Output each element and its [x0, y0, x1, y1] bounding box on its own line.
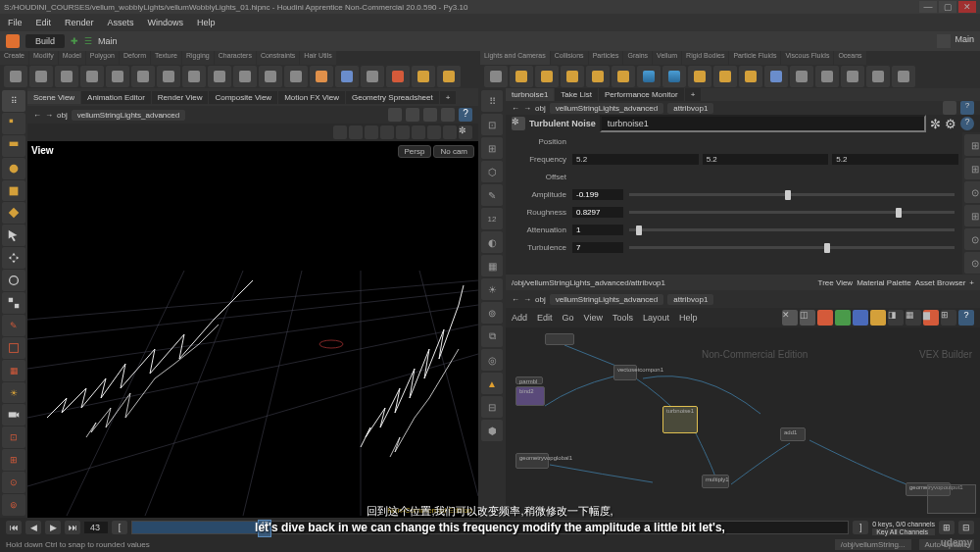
param-tab[interactable]: turbnoise1	[506, 88, 554, 101]
net-help[interactable]: Help	[679, 313, 698, 323]
param-side-icon[interactable]: ⊙	[964, 228, 980, 250]
shelf-volume-icon[interactable]	[815, 66, 839, 87]
node-turbnoise1[interactable]: turbnoise1	[662, 406, 698, 433]
network-canvas[interactable]: Non-Commercial Edition VEX Builder bind2…	[506, 327, 980, 518]
node-parmbl[interactable]: parmbl	[515, 376, 543, 384]
net-tool-icon[interactable]	[870, 310, 886, 326]
shelf-tab[interactable]: Texture	[151, 51, 181, 65]
view-persp-tag[interactable]: Persp	[398, 145, 432, 158]
snap-tool-icon[interactable]: ⊞	[2, 449, 25, 471]
shelf-tab[interactable]: Modify	[29, 51, 58, 65]
shelf-tab[interactable]: Characters	[215, 51, 256, 65]
node-bind2[interactable]: bind2	[515, 386, 545, 406]
chan-icon[interactable]: ⊞	[939, 521, 955, 534]
ghost-icon[interactable]	[406, 108, 419, 122]
light-tool-icon[interactable]: ☀	[2, 382, 25, 404]
net-tool-icon[interactable]: ▆	[923, 310, 939, 326]
param-side-icon[interactable]: ⊙	[964, 252, 980, 274]
param-side-icon[interactable]: ⊞	[964, 134, 980, 156]
help-icon[interactable]: ?	[960, 101, 974, 115]
shelf-skylight-icon[interactable]	[662, 66, 686, 87]
menu-help[interactable]: Help	[197, 18, 216, 27]
attenuation-input[interactable]: 1	[572, 225, 623, 235]
tab-add[interactable]: +	[440, 91, 457, 104]
view-tool-icon[interactable]	[2, 113, 25, 134]
shelf-tab[interactable]: Grains	[623, 51, 652, 65]
display-icon[interactable]: ▦	[481, 255, 503, 276]
shelf-helix-icon[interactable]	[437, 66, 461, 87]
nav-fwd-icon[interactable]: →	[523, 104, 531, 113]
tab-render-view[interactable]: Render View	[152, 91, 209, 104]
shelf-tube-icon[interactable]	[55, 66, 78, 87]
shelf-geolight-icon[interactable]	[586, 66, 610, 87]
nav-back-icon[interactable]: ←	[512, 104, 519, 113]
shelf-stereo-icon[interactable]	[841, 66, 864, 87]
network-path[interactable]: /obj/vellumStringLights_advanced/attribv…	[512, 278, 814, 287]
amplitude-input[interactable]: -0.199	[572, 189, 623, 200]
close-button[interactable]: ✕	[958, 1, 976, 13]
gear-icon[interactable]: ✼	[930, 117, 941, 131]
vp-gear-icon[interactable]: ✼	[459, 125, 472, 139]
turbulence-input[interactable]: 7	[572, 242, 623, 253]
shelf-main-icon[interactable]	[937, 34, 951, 48]
freq-y-input[interactable]: 5.2	[703, 154, 829, 165]
node-name-input[interactable]	[600, 115, 926, 132]
desktop-build[interactable]: Build	[25, 34, 65, 48]
shelf-tab[interactable]: Collisions	[551, 51, 588, 65]
shelf-spray-icon[interactable]	[310, 66, 333, 87]
scale-tool-icon[interactable]	[2, 292, 25, 314]
display-icon[interactable]: ⊚	[481, 302, 503, 324]
shelf-tab[interactable]: Hair Utils	[300, 51, 335, 65]
net-tool-icon[interactable]: ⊞	[941, 310, 956, 326]
roughness-input[interactable]: 0.8297	[572, 207, 623, 218]
shelf-indirect-icon[interactable]	[790, 66, 813, 87]
bracket-icon[interactable]: [	[112, 521, 127, 534]
node-vectoset[interactable]: vectosetcompon1	[613, 365, 637, 380]
bread-node[interactable]: vellumStringLights_advanced	[72, 110, 186, 121]
snap-tool-icon[interactable]: ⊡	[2, 427, 25, 448]
shelf-path-icon[interactable]	[233, 66, 257, 87]
display-icon[interactable]: ⧉	[481, 326, 503, 347]
shelf-vrcam-icon[interactable]	[866, 66, 890, 87]
shelf-caustic-icon[interactable]	[713, 66, 737, 87]
tab-scene-view[interactable]: Scene View	[27, 91, 80, 104]
display-icon[interactable]: ⊞	[481, 137, 503, 159]
camera-tool-icon[interactable]	[2, 404, 25, 426]
bread-sub[interactable]: attribvop1	[667, 103, 713, 114]
shelf-file-icon[interactable]	[386, 66, 410, 87]
display-icon[interactable]: ⊟	[481, 396, 503, 418]
view-cam-tag[interactable]: No cam	[433, 145, 474, 158]
shelf-box-icon[interactable]	[4, 66, 27, 87]
param-tab[interactable]: Performance Monitor	[599, 88, 684, 101]
vp-tool-icon[interactable]	[412, 125, 425, 139]
attenuation-slider[interactable]	[629, 228, 955, 231]
shelf-line-icon[interactable]	[157, 66, 180, 87]
param-side-icon[interactable]: ⊙	[964, 181, 980, 203]
display-icon[interactable]: ⬢	[481, 420, 503, 441]
pin-icon[interactable]	[388, 108, 402, 122]
nav-back-icon[interactable]: ←	[33, 111, 41, 120]
keyall-button[interactable]: Key All Channels	[872, 528, 935, 535]
status-context[interactable]: /obj/vellumString...	[835, 539, 911, 550]
nav-fwd-icon[interactable]: →	[523, 295, 531, 304]
menu-render[interactable]: Render	[65, 18, 94, 27]
shelf-gilight-icon[interactable]	[688, 66, 711, 87]
nav-fwd-icon[interactable]: →	[45, 111, 53, 120]
param-tab-add[interactable]: +	[685, 88, 702, 101]
minimap[interactable]	[927, 484, 976, 514]
shelf-tab[interactable]: Constraints	[257, 51, 299, 65]
net-view[interactable]: View	[584, 313, 603, 323]
shelf-tab[interactable]: Polygon	[86, 51, 119, 65]
shelf-tab[interactable]: Create	[0, 51, 28, 65]
menu-file[interactable]: File	[8, 18, 23, 27]
vp-tool-icon[interactable]	[380, 125, 394, 139]
frame-field[interactable]: 43	[84, 522, 108, 533]
magnet-tool-icon[interactable]: ⊙	[2, 472, 25, 493]
shelf-tab[interactable]: Rigging	[182, 51, 214, 65]
net-add[interactable]: Add	[512, 313, 527, 323]
shelf-arealight-icon[interactable]	[561, 66, 584, 87]
display-icon[interactable]: ⠿	[481, 90, 503, 112]
viewport[interactable]: View Persp No cam Non	[27, 141, 478, 518]
tab-matpal[interactable]: Material Palette	[857, 278, 911, 287]
bread-sub[interactable]: attribvop1	[667, 294, 713, 305]
